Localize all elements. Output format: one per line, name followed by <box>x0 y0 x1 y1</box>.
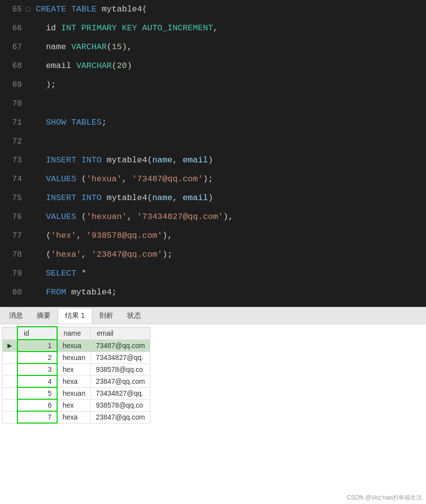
cell-email: 73434827@qq. <box>90 387 150 399</box>
row-indicator <box>2 387 18 399</box>
cell-name: hex <box>57 399 90 411</box>
line-number: 76 <box>0 208 26 226</box>
line-collapse: □ <box>26 0 34 19</box>
row-indicator <box>2 399 18 411</box>
line-number: 75 <box>0 189 26 208</box>
tab-消息[interactable]: 消息 <box>2 308 30 323</box>
row-indicator <box>2 363 18 375</box>
line-number: 77 <box>0 226 26 245</box>
cell-name: hexa <box>57 411 90 423</box>
line-number: 71 <box>0 113 26 132</box>
th-email: email <box>90 327 150 340</box>
line-content: SHOW TABLES; <box>34 113 107 132</box>
table-row[interactable]: 5hexuan73434827@qq. <box>2 387 150 399</box>
line-number: 72 <box>0 132 26 151</box>
cell-name: hexua <box>57 340 90 352</box>
row-indicator <box>2 375 18 387</box>
cell-id: 5 <box>17 387 57 399</box>
code-line: 79 SELECT * <box>0 264 426 283</box>
cell-email: 73487@qq.com <box>90 340 150 352</box>
line-content: ('hexa', '23847@qq.com'); <box>34 245 172 264</box>
line-number: 69 <box>0 75 26 94</box>
line-number: 79 <box>0 264 26 283</box>
cell-name: hex <box>57 363 90 375</box>
results-table: idnameemail▶1hexua73487@qq.com2hexuan734… <box>2 326 150 424</box>
tab-摘要[interactable]: 摘要 <box>30 308 58 323</box>
line-number: 66 <box>0 19 26 38</box>
results-area: idnameemail▶1hexua73487@qq.com2hexuan734… <box>0 324 426 504</box>
line-content: CREATE TABLE mytable4( <box>34 0 147 19</box>
code-line: 78 ('hexa', '23847@qq.com'); <box>0 245 426 264</box>
row-indicator <box>2 352 18 363</box>
code-line: 75 INSERT INTO mytable4(name, email) <box>0 189 426 208</box>
line-content: id INT PRIMARY KEY AUTO_INCREMENT, <box>34 19 218 38</box>
table-row[interactable]: ▶1hexua73487@qq.com <box>2 340 150 352</box>
line-content: ('hex', '938578@qq.com'), <box>34 226 172 245</box>
line-content: FROM mytable4; <box>34 283 117 302</box>
line-number: 74 <box>0 170 26 189</box>
line-content: email VARCHAR(20) <box>34 57 132 75</box>
table-row[interactable]: 4hexa23847@qq.com <box>2 375 150 387</box>
code-line: 77 ('hex', '938578@qq.com'), <box>0 226 426 245</box>
code-line: 72 <box>0 132 426 151</box>
line-content: ); <box>34 75 56 94</box>
line-content: VALUES ('hexuan', '73434827@qq.com'), <box>34 208 233 226</box>
line-number: 67 <box>0 38 26 57</box>
code-line: 74 VALUES ('hexua', '73487@qq.com'); <box>0 170 426 189</box>
code-line: 71 SHOW TABLES; <box>0 113 426 132</box>
cell-email: 23847@qq.com <box>90 375 150 387</box>
cell-email: 938578@qq.co <box>90 363 150 375</box>
cell-id: 2 <box>17 352 57 363</box>
line-number: 68 <box>0 57 26 75</box>
cell-id: 1 <box>17 340 57 352</box>
line-content: INSERT INTO mytable4(name, email) <box>34 189 213 208</box>
code-line: 70 <box>0 94 426 113</box>
code-editor: 65□CREATE TABLE mytable4(66 id INT PRIMA… <box>0 0 426 307</box>
cell-email: 23847@qq.com <box>90 411 150 423</box>
row-indicator: ▶ <box>2 340 18 352</box>
code-line: 80 FROM mytable4; <box>0 283 426 302</box>
code-line: 65□CREATE TABLE mytable4( <box>0 0 426 19</box>
bottom-panel: 消息摘要结果 1剖析状态 idnameemail▶1hexua73487@qq.… <box>0 307 426 504</box>
cell-id: 6 <box>17 399 57 411</box>
cell-name: hexuan <box>57 352 90 363</box>
cell-id: 3 <box>17 363 57 375</box>
code-line: 67 name VARCHAR(15), <box>0 38 426 57</box>
cell-id: 4 <box>17 375 57 387</box>
table-row[interactable]: 7hexa23847@qq.com <box>2 411 150 423</box>
table-row[interactable]: 6hex938578@qq.co <box>2 399 150 411</box>
line-content: INSERT INTO mytable4(name, email) <box>34 151 213 170</box>
cell-email: 938578@qq.co <box>90 399 150 411</box>
tab-bar: 消息摘要结果 1剖析状态 <box>0 307 426 324</box>
line-number: 80 <box>0 283 26 302</box>
line-number: 78 <box>0 245 26 264</box>
code-line: 68 email VARCHAR(20) <box>0 57 426 75</box>
code-line: 76 VALUES ('hexuan', '73434827@qq.com'), <box>0 208 426 226</box>
line-content: SELECT * <box>34 264 86 283</box>
th-name: name <box>57 327 90 340</box>
tab-剖析[interactable]: 剖析 <box>92 308 120 323</box>
line-content: VALUES ('hexua', '73487@qq.com'); <box>34 170 213 189</box>
table-row[interactable]: 2hexuan73434827@qq. <box>2 352 150 363</box>
table-row[interactable]: 3hex938578@qq.co <box>2 363 150 375</box>
code-line: 66 id INT PRIMARY KEY AUTO_INCREMENT, <box>0 19 426 38</box>
cell-id: 7 <box>17 411 57 423</box>
line-number: 70 <box>0 94 26 113</box>
tab-结果 1[interactable]: 结果 1 <box>58 308 92 324</box>
cell-email: 73434827@qq. <box>90 352 150 363</box>
line-content: name VARCHAR(15), <box>34 38 132 57</box>
tab-状态[interactable]: 状态 <box>120 308 148 323</box>
row-indicator <box>2 411 18 423</box>
th-indicator <box>2 327 18 340</box>
th-id: id <box>17 327 57 340</box>
cell-name: hexa <box>57 375 90 387</box>
watermark: CSDN @Vez'nan的幸福生活 <box>347 494 422 502</box>
line-number: 65 <box>0 0 26 19</box>
cell-name: hexuan <box>57 387 90 399</box>
line-number: 73 <box>0 151 26 170</box>
code-line: 69 ); <box>0 75 426 94</box>
code-line: 73 INSERT INTO mytable4(name, email) <box>0 151 426 170</box>
